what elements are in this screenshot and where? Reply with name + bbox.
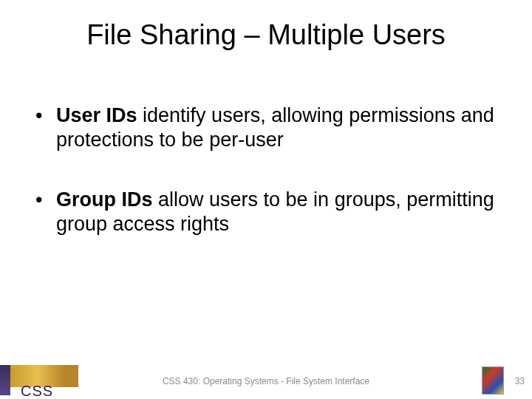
bullet-text: User IDs identify users, allowing permis…: [56, 103, 497, 152]
bullet-marker: •: [35, 103, 56, 152]
textbook-thumbnail: [482, 366, 504, 395]
bullet-item: • Group IDs allow users to be in groups,…: [35, 188, 497, 236]
page-number: 33: [515, 376, 525, 386]
footer-text: CSS 430: Operating Systems - File System…: [0, 376, 532, 386]
bullet-marker: •: [35, 188, 56, 236]
slide-title: File Sharing – Multiple Users: [0, 19, 532, 51]
bullet-item: • User IDs identify users, allowing perm…: [35, 103, 497, 152]
bullet-bold: Group IDs: [56, 188, 153, 211]
bullet-text: Group IDs allow users to be in groups, p…: [56, 188, 497, 236]
slide: File Sharing – Multiple Users • User IDs…: [0, 0, 532, 399]
bullet-bold: User IDs: [56, 104, 137, 126]
slide-body: • User IDs identify users, allowing perm…: [35, 103, 497, 272]
